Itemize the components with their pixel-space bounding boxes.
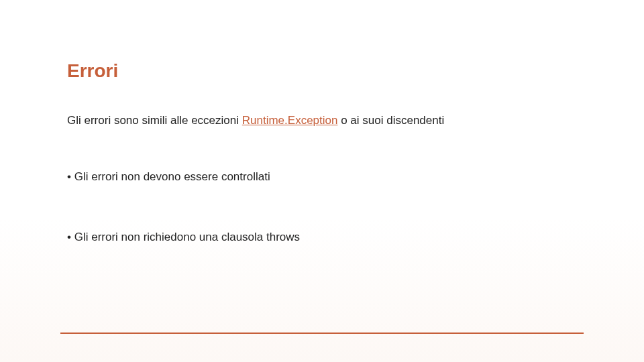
intro-text-before: Gli errori sono simili alle eccezioni xyxy=(67,114,242,127)
bullet-item: Gli errori non devono essere controllati xyxy=(67,170,577,184)
bullet-item: Gli errori non richiedono una clausola t… xyxy=(67,231,577,244)
slide-title: Errori xyxy=(67,60,577,82)
intro-paragraph: Gli errori sono simili alle eccezioni Ru… xyxy=(67,114,577,127)
runtime-exception-link[interactable]: Runtime.Exception xyxy=(242,114,338,127)
horizontal-rule xyxy=(60,333,584,334)
intro-text-after: o ai suoi discendenti xyxy=(337,114,444,127)
slide: Errori Gli errori sono simili alle eccez… xyxy=(0,0,644,362)
